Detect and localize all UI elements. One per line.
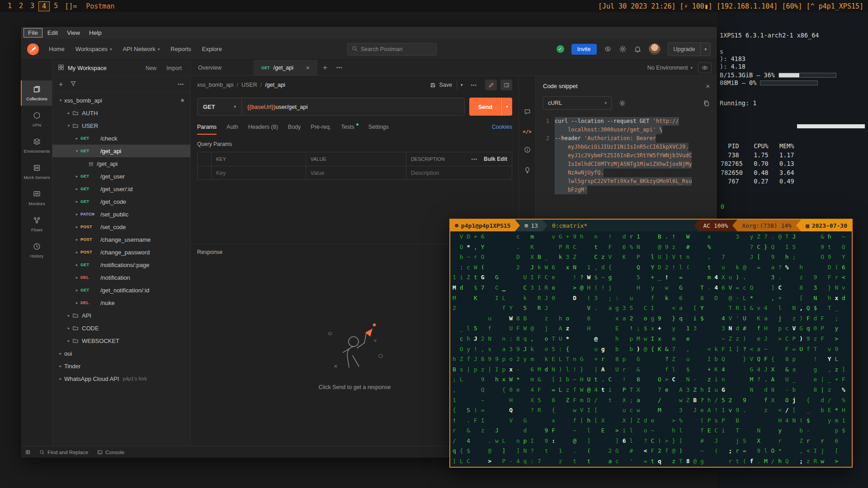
value-input[interactable]: Value <box>306 166 406 179</box>
chevron-icon[interactable]: ▸ <box>73 275 80 280</box>
rail-item-history[interactable]: History <box>21 238 52 263</box>
workspace-tag-5[interactable]: 5 <box>51 1 61 11</box>
notifications-bell-icon[interactable] <box>634 45 642 53</box>
tree-item-check[interactable]: ▸GET/check <box>52 132 190 145</box>
rail-item-apis[interactable]: APIs <box>21 107 52 132</box>
find-and-replace-button[interactable]: Find and Replace <box>39 450 88 455</box>
tab-close-icon[interactable]: × <box>306 64 310 71</box>
chevron-icon[interactable]: ▸ <box>73 212 80 216</box>
request-tab-auth[interactable]: Auth <box>226 119 238 135</box>
tree-item-whatsapp-cloud-api[interactable]: ▸WhatsApp Cloud APIp4p1's fork <box>52 372 190 385</box>
star-icon[interactable]: ★ <box>180 97 185 103</box>
tree-item-change-username[interactable]: ▸POST/change_username <box>52 233 190 246</box>
tree-item-set-public[interactable]: ▸PATCH/set_public <box>52 208 190 221</box>
request-tab-settings[interactable]: Settings <box>368 119 389 135</box>
layout-symbol[interactable]: []= <box>65 2 77 10</box>
menu-edit[interactable]: Edit <box>43 28 62 37</box>
description-input[interactable]: Description <box>406 166 512 179</box>
menu-help[interactable]: Help <box>85 28 106 37</box>
terminal-window[interactable]: ☻p4p1@p4p1XPS15⊞130:cmatrix*AC 100%Xorg:… <box>449 219 853 468</box>
environment-selector[interactable]: No Environment ▾ <box>647 65 693 71</box>
tmux-window-label[interactable]: 0:cmatrix* <box>547 220 587 231</box>
nav-home[interactable]: Home <box>43 46 70 52</box>
chevron-icon[interactable]: ▸ <box>73 174 80 178</box>
rail-item-flows[interactable]: Flows <box>21 211 52 237</box>
tree-item-set-code[interactable]: ▸POST/set_code <box>52 221 190 233</box>
invite-button[interactable]: Invite <box>571 44 597 55</box>
import-button[interactable]: Import <box>163 63 185 73</box>
nav-api-network[interactable]: API Network ▾ <box>118 46 165 52</box>
lightbulb-icon[interactable] <box>524 167 531 175</box>
postbot-icon[interactable] <box>604 45 612 53</box>
console-button[interactable]: Console <box>97 450 124 455</box>
chevron-icon[interactable]: ▸ <box>73 199 80 204</box>
chevron-icon[interactable]: ▸ <box>73 263 80 267</box>
tab-options-icon[interactable]: ••• <box>333 65 346 70</box>
edit-request-icon[interactable] <box>485 80 497 90</box>
tree-item-change-password[interactable]: ▸POST/change_password <box>52 246 190 258</box>
search-input[interactable]: Search Postman <box>347 43 437 56</box>
save-options-button[interactable]: ▾ <box>457 80 467 89</box>
tree-item-nuke[interactable]: ▸DEL/nuke <box>52 296 190 309</box>
workspace-tag-4[interactable]: 4 <box>38 1 50 11</box>
tree-item-get-user-id[interactable]: ▸GET/get_user/:id <box>52 183 190 195</box>
send-button[interactable]: Send <box>469 98 502 116</box>
params-more-icon[interactable]: ••• <box>471 157 477 162</box>
tree-item-oui[interactable]: ▸oui <box>52 347 190 360</box>
nav-reports[interactable]: Reports <box>165 46 197 52</box>
new-tab-button[interactable]: + <box>317 63 333 72</box>
settings-gear-icon[interactable] <box>619 45 627 53</box>
chevron-icon[interactable]: ▸ <box>73 237 80 242</box>
request-tab-pre-req[interactable]: Pre-req. <box>311 119 331 135</box>
bulk-edit-button[interactable]: Bulk Edit <box>484 156 507 162</box>
cookies-link[interactable]: Cookies <box>492 124 512 130</box>
tab-overview[interactable]: Overview <box>191 60 254 75</box>
comment-icon[interactable] <box>524 108 531 117</box>
workspace-title[interactable]: My Workspace <box>68 65 107 71</box>
filter-icon[interactable] <box>70 80 76 89</box>
tree-item-user[interactable]: ▾USER <box>52 119 190 132</box>
chevron-icon[interactable]: ▾ <box>65 123 72 128</box>
rail-item-environments[interactable]: Environments <box>21 133 52 158</box>
tree-item-xss-bomb-api[interactable]: ▾xss_bomb_api★ <box>52 94 190 107</box>
add-icon[interactable]: + <box>59 81 63 88</box>
request-tab-headers-8[interactable]: Headers (8) <box>248 119 278 135</box>
language-select[interactable]: cURL ▾ <box>543 96 612 110</box>
key-input[interactable]: Key <box>211 166 306 179</box>
tree-item-notifications-page[interactable]: ▸GET/notifications/:page <box>52 258 190 271</box>
method-select[interactable]: GET ▾ <box>198 98 242 115</box>
new-button[interactable]: New <box>142 63 160 73</box>
chevron-icon[interactable]: ▸ <box>73 288 80 292</box>
chevron-icon[interactable]: ▸ <box>65 111 72 115</box>
tree-item-auth[interactable]: ▸AUTH <box>52 107 190 119</box>
info-icon[interactable] <box>524 146 531 155</box>
chevron-icon[interactable]: ▸ <box>73 136 80 141</box>
rail-item-collections[interactable]: Collections <box>21 80 52 106</box>
avatar[interactable] <box>649 43 660 55</box>
workspace-tag-1[interactable]: 1 <box>5 1 15 11</box>
chevron-icon[interactable]: ▸ <box>73 225 80 229</box>
code-icon[interactable]: </> <box>523 129 532 135</box>
tree-item-get-code[interactable]: ▸GET/get_code <box>52 195 190 208</box>
menu-file[interactable]: File <box>24 28 42 38</box>
sync-status-icon[interactable]: ✓ <box>557 45 564 53</box>
tree-item-api[interactable]: ▸API <box>52 309 190 322</box>
tree-item-get-api[interactable]: ▤/get_api <box>52 157 190 170</box>
tree-item-websocket[interactable]: ▸WEBSOCKET <box>52 334 190 347</box>
workspace-tag-2[interactable]: 2 <box>16 1 26 11</box>
menu-view[interactable]: View <box>63 28 84 37</box>
chevron-icon[interactable]: ▸ <box>57 376 64 381</box>
chevron-icon[interactable]: ▸ <box>65 338 72 343</box>
close-icon[interactable]: × <box>706 82 710 90</box>
rail-item-monitors[interactable]: Monitors <box>21 185 52 211</box>
breadcrumb-folder[interactable]: USER <box>241 82 257 88</box>
nav-explore[interactable]: Explore <box>197 46 227 52</box>
tree-item-get-api[interactable]: ▾GET/get_api <box>52 145 190 157</box>
tree-item-code[interactable]: ▸CODE <box>52 322 190 334</box>
tree-item-get-user[interactable]: ▸GET/get_user <box>52 170 190 183</box>
postman-logo-icon[interactable] <box>27 43 39 55</box>
url-input[interactable]: {{baseUrl}}user/get_api <box>242 98 464 115</box>
chevron-down-icon[interactable]: ▾ <box>701 47 710 52</box>
request-more-icon[interactable]: ••• <box>471 83 477 88</box>
chevron-icon[interactable]: ▸ <box>57 351 64 356</box>
